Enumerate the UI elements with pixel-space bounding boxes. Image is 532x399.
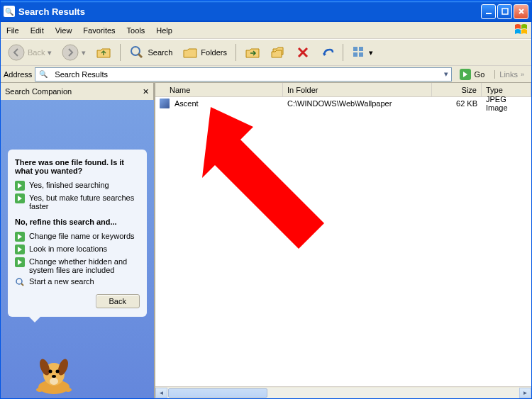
maximize-button[interactable] [497, 4, 512, 19]
scroll-track[interactable] [167, 388, 519, 398]
cell-folder: C:\WINDOWS\Web\Wallpaper [283, 99, 432, 108]
col-size[interactable]: Size [432, 83, 482, 96]
panel-heading-refine: No, refine this search and... [15, 218, 140, 226]
back-dropdown-icon: ▾ [48, 48, 52, 57]
page-icon: 🔍 [4, 6, 15, 17]
col-name[interactable]: Name [155, 83, 283, 96]
minimize-button[interactable] [481, 4, 496, 19]
col-folder[interactable]: In Folder [283, 83, 432, 96]
file-icon [160, 99, 170, 108]
up-button[interactable] [92, 42, 116, 63]
links-chevron-icon: » [521, 71, 524, 78]
go-icon [459, 68, 472, 81]
sidebar-header: Search Companion ✕ [1, 83, 154, 100]
views-icon [352, 45, 366, 60]
link-label: Yes, finished searching [29, 181, 109, 189]
file-name: Ascent [172, 99, 201, 108]
menu-favorites[interactable]: Favorites [77, 23, 121, 38]
svg-point-15 [16, 279, 22, 284]
cell-type: JPEG Image [482, 94, 531, 113]
sidebar-title: Search Companion [5, 87, 72, 96]
arrow-right-icon [15, 193, 25, 203]
menubar: File Edit View Favorites Tools Help [1, 22, 531, 39]
address-value: Search Results [55, 70, 440, 79]
search-button[interactable]: Search [125, 42, 177, 63]
link-label: Change file name or keywords [29, 232, 135, 240]
col-label: Name [170, 86, 190, 94]
svg-rect-1 [502, 9, 508, 14]
annotation-arrow [196, 99, 381, 269]
link-label: Start a new search [29, 277, 94, 286]
scroll-left-button[interactable]: ◄ [155, 388, 167, 398]
search-icon [129, 45, 145, 60]
close-button[interactable] [514, 4, 528, 19]
back-arrow-icon [8, 44, 25, 61]
window-controls [481, 4, 528, 19]
undo-button[interactable] [316, 43, 338, 62]
menu-view[interactable]: View [50, 23, 78, 38]
scroll-right-button[interactable]: ► [519, 388, 531, 398]
link-label: Look in more locations [29, 245, 107, 253]
delete-icon [296, 45, 310, 60]
address-label: Address [4, 70, 32, 79]
magnifier-icon [15, 277, 25, 287]
forward-arrow-icon [62, 44, 79, 61]
scroll-thumb[interactable] [168, 388, 267, 398]
link-finished-searching[interactable]: Yes, finished searching [15, 181, 140, 191]
menu-tools[interactable]: Tools [121, 23, 151, 38]
forward-button[interactable]: ▾ [57, 41, 90, 64]
column-headers: Name In Folder Size Type [155, 83, 531, 97]
window-title: Search Results [18, 6, 481, 17]
toolbar-separator [235, 44, 236, 61]
link-change-name[interactable]: Change file name or keywords [15, 232, 140, 242]
svg-point-25 [65, 388, 72, 392]
move-to-button[interactable] [240, 42, 265, 63]
link-faster-searches[interactable]: Yes, but make future searches faster [15, 193, 140, 210]
results-list[interactable]: Ascent C:\WINDOWS\Web\Wallpaper 62 KB JP… [155, 97, 531, 386]
panel-back-button[interactable]: Back [96, 294, 140, 308]
svg-point-21 [56, 370, 60, 373]
back-button[interactable]: Back ▾ [4, 41, 56, 64]
toolbar: Back ▾ ▾ Search Folders ▾ [1, 39, 531, 66]
link-hidden-files[interactable]: Change whether hidden and system files a… [15, 257, 140, 274]
arrow-right-icon [15, 245, 25, 254]
address-icon: 🔍 [38, 69, 48, 79]
content-area: Search Companion ✕ There was one file fo… [1, 83, 531, 398]
undo-icon [320, 45, 334, 60]
cell-name: Ascent [155, 98, 283, 109]
copy-to-button[interactable] [266, 42, 290, 63]
toolbar-separator [120, 44, 121, 61]
result-row[interactable]: Ascent C:\WINDOWS\Web\Wallpaper 62 KB JP… [155, 97, 531, 109]
svg-rect-8 [359, 52, 363, 57]
search-label: Search [148, 48, 172, 57]
menu-help[interactable]: Help [150, 23, 178, 38]
folders-label: Folders [201, 48, 227, 57]
results-pane: Name In Folder Size Type Ascent C:\WINDO… [154, 83, 531, 398]
menu-file[interactable]: File [1, 23, 25, 38]
views-button[interactable]: ▾ [348, 43, 377, 62]
folders-button[interactable]: Folders [178, 42, 231, 63]
address-input[interactable]: 🔍 Search Results ▾ [35, 67, 451, 82]
go-label: Go [475, 70, 485, 79]
delete-button[interactable] [292, 43, 314, 62]
link-new-search[interactable]: Start a new search [15, 277, 140, 287]
address-dropdown-icon[interactable]: ▾ [444, 69, 448, 79]
menu-edit[interactable]: Edit [25, 23, 50, 38]
go-button[interactable]: Go [455, 67, 489, 82]
col-label: Size [462, 86, 477, 94]
folder-up-icon [96, 45, 111, 60]
back-label: Back [28, 48, 45, 57]
links-section[interactable]: Links » [494, 70, 528, 79]
svg-point-24 [36, 388, 43, 392]
link-label: Change whether hidden and system files a… [29, 257, 140, 274]
search-dog-character [29, 353, 79, 395]
titlebar: 🔍 Search Results [1, 1, 531, 22]
views-dropdown-icon: ▾ [369, 48, 373, 57]
address-bar: Address 🔍 Search Results ▾ Go Links » [1, 66, 531, 83]
link-more-locations[interactable]: Look in more locations [15, 245, 140, 254]
sidebar-close-button[interactable]: ✕ [143, 87, 149, 96]
svg-point-3 [62, 45, 78, 60]
svg-point-23 [50, 378, 58, 385]
arrow-right-icon [15, 181, 25, 191]
links-label: Links [499, 70, 518, 79]
